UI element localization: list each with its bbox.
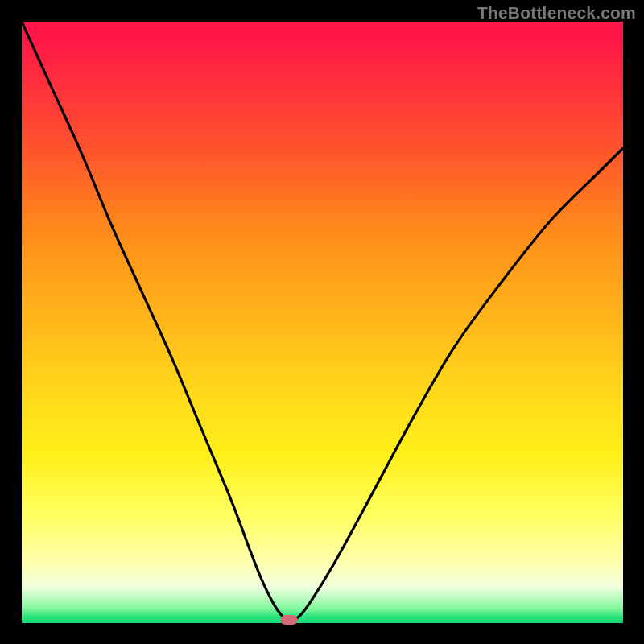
watermark-text: TheBottleneck.com bbox=[477, 3, 636, 23]
chart-frame: TheBottleneck.com bbox=[0, 0, 644, 644]
bottleneck-curve bbox=[22, 22, 623, 623]
curve-path bbox=[22, 22, 623, 620]
optimal-marker bbox=[281, 615, 298, 625]
plot-area bbox=[22, 22, 623, 623]
